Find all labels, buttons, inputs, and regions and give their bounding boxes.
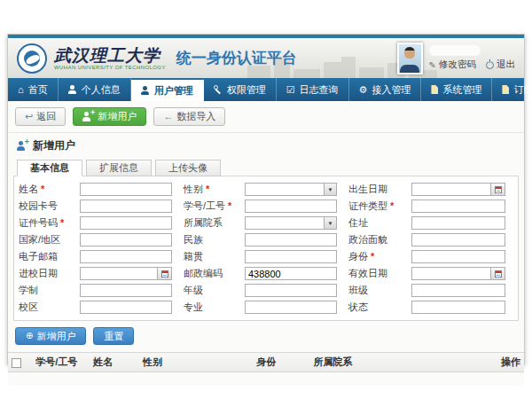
- grade-input[interactable]: [245, 284, 337, 297]
- calendar-icon[interactable]: [157, 268, 171, 279]
- form-grid: 姓名 性别 ▼ 出生日期 校园卡号 学号/工号 证件类型 证件号码: [19, 183, 513, 314]
- department-select[interactable]: ▼: [245, 216, 337, 230]
- native-place-label: 籍贯: [184, 250, 233, 263]
- form-tabs: 基本信息 扩展信息 上传头像: [13, 160, 519, 176]
- identity-label: 身份: [348, 250, 400, 263]
- education-length-input[interactable]: [80, 284, 172, 297]
- enroll-date-input[interactable]: [80, 267, 172, 280]
- nav-tab-profile[interactable]: 个人信息: [59, 78, 131, 101]
- university-logo: [17, 43, 47, 74]
- chevron-down-icon: ▼: [324, 217, 336, 229]
- tab-extended-info[interactable]: 扩展信息: [86, 160, 152, 176]
- native-place-input[interactable]: [245, 250, 337, 263]
- identity-input[interactable]: [411, 250, 505, 263]
- campus-input[interactable]: [80, 301, 172, 314]
- enroll-date-label: 进校日期: [19, 267, 68, 280]
- tab-upload-avatar[interactable]: 上传头像: [155, 160, 221, 176]
- col-department: 所属院系: [310, 353, 497, 372]
- back-button-label: 返回: [36, 110, 56, 123]
- auth-platform-page: 武汉理工大学 WUHAN UNIVERSITY OF TECHNOLOGY 统一…: [7, 34, 525, 364]
- nav-tab-user-management[interactable]: 用户管理: [131, 80, 204, 101]
- name-label: 姓名: [19, 183, 68, 196]
- nav-tab-home[interactable]: ⌂ 首页: [8, 78, 59, 101]
- app-window: 武汉理工大学 WUHAN UNIVERSITY OF TECHNOLOGY 统一…: [0, 0, 532, 399]
- col-name: 姓名: [90, 353, 139, 372]
- major-input[interactable]: [245, 301, 337, 314]
- birth-date-input[interactable]: [411, 183, 505, 196]
- nav-tab-label: 首页: [28, 78, 48, 101]
- nav-tab-logs[interactable]: ☑ 日志查询: [277, 78, 349, 101]
- document-icon: [502, 85, 509, 94]
- campus-card-input[interactable]: [80, 200, 172, 213]
- campus-card-label: 校园卡号: [19, 200, 68, 213]
- reset-button[interactable]: 重置: [93, 327, 134, 345]
- country-region-input[interactable]: [80, 233, 172, 246]
- user-icon: [141, 86, 150, 95]
- nav-tab-permissions[interactable]: 权限管理: [204, 78, 277, 101]
- calendar-icon[interactable]: [490, 184, 505, 195]
- gender-select[interactable]: ▼: [245, 183, 337, 196]
- class-input[interactable]: [411, 284, 505, 297]
- user-icon: [68, 85, 77, 94]
- header-user-area: ✎ 修改密码 退出: [397, 43, 515, 74]
- chevron-down-icon: ▼: [324, 184, 336, 195]
- ethnicity-label: 民族: [184, 233, 233, 246]
- toolbar: ↩ 返回 新增用户 ← 数据导入: [8, 101, 524, 132]
- tab-basic-info[interactable]: 基本信息: [17, 160, 82, 176]
- data-import-button[interactable]: ← 数据导入: [153, 107, 225, 126]
- email-label: 电子邮箱: [19, 250, 68, 263]
- content-area: ↩ 返回 新增用户 ← 数据导入 新增用户 基本信息 扩展信息: [8, 101, 524, 386]
- header: 武汉理工大学 WUHAN UNIVERSITY OF TECHNOLOGY 统一…: [8, 38, 524, 78]
- user-avatar[interactable]: [397, 43, 423, 74]
- home-icon: ⌂: [18, 85, 24, 95]
- add-user-submit-label: 新增用户: [36, 330, 75, 343]
- birth-date-label: 出生日期: [348, 183, 400, 196]
- nav-tab-label: 系统管理: [442, 78, 481, 101]
- checklist-icon: ☑: [286, 85, 295, 95]
- nav-tab-subscription[interactable]: 订阅管理: [492, 78, 532, 101]
- country-region-label: 国家/地区: [19, 233, 68, 246]
- postal-code-input[interactable]: [245, 267, 337, 280]
- user-table-header-row: 学号/工号 姓名 性别 身份 所属院系 操作: [8, 353, 524, 372]
- nav-tab-label: 订阅管理: [513, 78, 532, 101]
- student-id-input[interactable]: [245, 200, 337, 213]
- add-user-toolbar-button[interactable]: 新增用户: [73, 107, 146, 126]
- id-type-input[interactable]: [411, 200, 505, 213]
- postal-code-label: 邮政编码: [184, 267, 233, 280]
- campus-label: 校区: [19, 301, 68, 314]
- status-input[interactable]: [411, 301, 505, 314]
- select-all-checkbox[interactable]: [12, 358, 21, 368]
- key-icon: [214, 85, 223, 94]
- pencil-icon: ✎: [429, 60, 436, 70]
- valid-date-label: 有效日期: [348, 267, 400, 280]
- address-input[interactable]: [411, 216, 505, 230]
- col-operations: 操作: [497, 353, 524, 372]
- add-user-section-icon: [17, 141, 28, 151]
- add-user-icon: [82, 112, 94, 121]
- logout-link[interactable]: 退出: [486, 59, 515, 71]
- email-input[interactable]: [80, 250, 172, 263]
- name-input[interactable]: [80, 183, 172, 196]
- university-name-en: WUHAN UNIVERSITY OF TECHNOLOGY: [54, 65, 166, 70]
- political-status-input[interactable]: [411, 233, 505, 246]
- add-user-submit-button[interactable]: ⊕ 新增用户: [15, 327, 86, 345]
- calendar-icon[interactable]: [490, 268, 505, 279]
- ethnicity-input[interactable]: [245, 233, 337, 246]
- valid-date-input[interactable]: [411, 267, 505, 280]
- university-name: 武汉理工大学 WUHAN UNIVERSITY OF TECHNOLOGY: [54, 46, 166, 70]
- import-arrow-icon: ←: [163, 112, 173, 121]
- change-password-link[interactable]: ✎ 修改密码: [429, 59, 476, 71]
- nav-tab-system[interactable]: 系统管理: [421, 78, 492, 101]
- nav-tab-access[interactable]: ⚙ 接入管理: [349, 78, 422, 101]
- circle-plus-icon: ⊕: [26, 332, 33, 340]
- back-button[interactable]: ↩ 返回: [15, 107, 66, 126]
- back-arrow-icon: ↩: [25, 112, 33, 121]
- university-name-cn: 武汉理工大学: [54, 46, 166, 64]
- logout-label: 退出: [497, 59, 515, 71]
- nav-tab-label: 接入管理: [372, 78, 411, 101]
- id-number-input[interactable]: [80, 216, 172, 230]
- user-table: 学号/工号 姓名 性别 身份 所属院系 操作: [8, 352, 524, 386]
- political-status-label: 政治面貌: [348, 233, 400, 246]
- grade-label: 年级: [184, 284, 233, 297]
- department-label: 所属院系: [184, 216, 233, 230]
